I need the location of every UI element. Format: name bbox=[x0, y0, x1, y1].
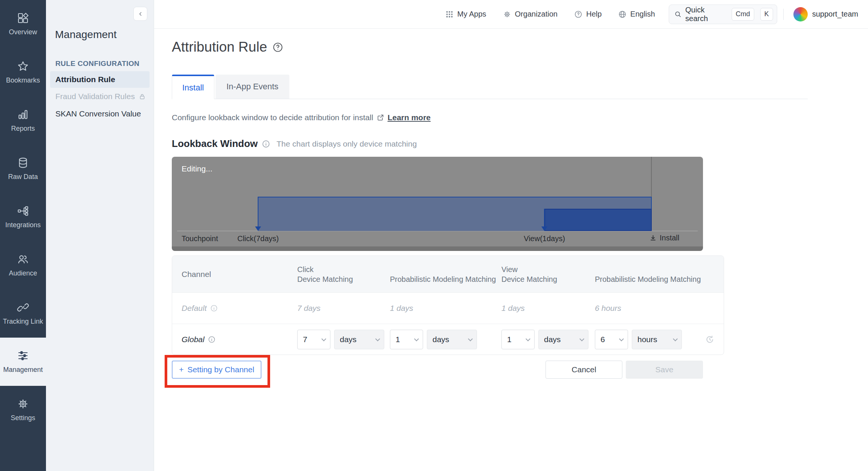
lookback-heading: Lookback Window bbox=[172, 138, 258, 150]
chevron-down-icon bbox=[673, 336, 678, 341]
chevron-left-icon bbox=[138, 11, 144, 17]
subnav-item-attribution-rule[interactable]: Attribution Rule bbox=[50, 71, 150, 88]
click-prob-unit-select[interactable]: days bbox=[427, 330, 477, 349]
help-menu[interactable]: Help bbox=[574, 10, 602, 18]
external-link-icon bbox=[377, 114, 384, 121]
tab-in-app-events[interactable]: In-App Events bbox=[215, 75, 289, 99]
global-row-label: Global bbox=[172, 335, 297, 344]
axis-label-install: Install bbox=[649, 234, 679, 242]
sidebar-item-settings[interactable]: Settings bbox=[0, 386, 46, 434]
link-icon bbox=[17, 301, 29, 313]
axis-label-touchpoint: Touchpoint bbox=[182, 234, 218, 243]
table-row-global: Global 7 days 1 days 1 days 6 bbox=[172, 324, 724, 355]
sidebar-item-overview[interactable]: Overview bbox=[0, 0, 46, 48]
lookback-note: The chart displays only device matching bbox=[277, 139, 417, 148]
user-avatar[interactable] bbox=[793, 7, 808, 21]
table-row-default: Default 7 days 1 days 1 days 6 hours bbox=[172, 292, 724, 324]
view-prob-unit-select[interactable]: hours bbox=[632, 330, 682, 349]
sidebar-item-label: Reports bbox=[11, 125, 35, 133]
subnav-item-label: Attribution Rule bbox=[55, 75, 115, 84]
sidebar-item-audience[interactable]: Audience bbox=[0, 241, 46, 289]
lock-icon bbox=[139, 93, 146, 100]
lookback-table: Channel Click Device Matching Probabilis… bbox=[172, 255, 724, 355]
sidebar-item-bookmarks[interactable]: Bookmarks bbox=[0, 48, 46, 96]
axis-label-view: View(1days) bbox=[524, 234, 565, 243]
subnav-item-label: SKAN Conversion Value bbox=[55, 109, 141, 118]
sidebar-item-management[interactable]: Management bbox=[0, 338, 46, 386]
default-click-probabilistic: 1 days bbox=[390, 304, 501, 313]
info-icon[interactable] bbox=[208, 336, 215, 343]
chevron-down-icon bbox=[321, 336, 326, 341]
sidebar-item-label: Settings bbox=[11, 414, 35, 422]
click-marker-line bbox=[258, 197, 258, 227]
help-icon bbox=[574, 10, 582, 18]
col-header-click-device: Click Device Matching bbox=[297, 265, 390, 284]
chevron-down-icon bbox=[414, 336, 419, 341]
overview-icon bbox=[17, 12, 29, 24]
language-label: English bbox=[630, 10, 655, 18]
subnav-item-skan-conversion-value[interactable]: SKAN Conversion Value bbox=[55, 109, 141, 118]
topbar-divider bbox=[783, 9, 784, 20]
sidebar-item-label: Tracking Link bbox=[3, 318, 43, 326]
chevron-down-icon bbox=[619, 336, 624, 341]
table-header-row: Channel Click Device Matching Probabilis… bbox=[172, 256, 724, 292]
sidebar-item-integrations[interactable]: Integrations bbox=[0, 193, 46, 241]
integrations-icon bbox=[17, 205, 29, 217]
search-icon bbox=[674, 11, 682, 18]
question-circle-icon[interactable] bbox=[272, 42, 283, 53]
sidebar-item-reports[interactable]: Reports bbox=[0, 96, 46, 145]
chart-footer-strip bbox=[172, 246, 703, 251]
click-device-unit-select[interactable]: days bbox=[334, 330, 384, 349]
lookback-chart[interactable]: Editing... Touchpoint Click(7days) View(… bbox=[172, 157, 703, 251]
my-apps-label: My Apps bbox=[457, 10, 486, 18]
my-apps-menu[interactable]: My Apps bbox=[445, 10, 486, 18]
quick-search-input[interactable]: Quick search Cmd K bbox=[669, 5, 777, 24]
language-menu[interactable]: English bbox=[618, 10, 655, 18]
click-prob-value-select[interactable]: 1 bbox=[390, 330, 423, 349]
click-device-value-select[interactable]: 7 bbox=[297, 330, 330, 349]
chevron-down-icon bbox=[468, 336, 473, 341]
subnav-item-fraud-validation-rules[interactable]: Fraud Validation Rules bbox=[55, 92, 146, 101]
col-header-click-probabilistic: Probabilistic Modeling Matching bbox=[390, 265, 501, 284]
secondary-sidebar: Management RULE CONFIGURATION Attributio… bbox=[46, 0, 154, 471]
primary-sidebar: Overview Bookmarks Reports Raw Data Inte… bbox=[0, 0, 46, 471]
view-window-region bbox=[544, 209, 652, 231]
save-button[interactable]: Save bbox=[626, 361, 703, 379]
col-header-channel: Channel bbox=[172, 270, 297, 279]
global-click-device-cell: 7 days bbox=[297, 330, 390, 349]
default-view-device: 1 days bbox=[501, 304, 595, 313]
tab-install[interactable]: Install bbox=[172, 75, 214, 99]
global-view-device-cell: 1 days bbox=[501, 330, 595, 349]
cancel-button[interactable]: Cancel bbox=[546, 361, 622, 379]
view-device-value-select[interactable]: 1 bbox=[501, 330, 535, 349]
chevron-down-icon bbox=[375, 336, 380, 341]
view-prob-value-select[interactable]: 6 bbox=[595, 330, 628, 349]
sidebar-item-raw-data[interactable]: Raw Data bbox=[0, 145, 46, 193]
apps-grid-icon bbox=[445, 10, 454, 18]
learn-more-link[interactable]: Learn more bbox=[388, 113, 431, 122]
chart-editing-label: Editing... bbox=[182, 164, 212, 173]
default-view-probabilistic: 6 hours bbox=[595, 304, 724, 313]
sidebar-item-label: Integrations bbox=[5, 221, 41, 229]
info-icon[interactable] bbox=[262, 140, 270, 148]
topbar: My Apps Organization Help English Quick … bbox=[154, 0, 868, 29]
page-title-row: Attribution Rule bbox=[172, 39, 283, 55]
subnav-item-label: Fraud Validation Rules bbox=[55, 92, 135, 101]
axis-label-click: Click(7days) bbox=[237, 234, 279, 243]
organization-menu[interactable]: Organization bbox=[503, 10, 558, 18]
user-name[interactable]: support_team bbox=[812, 10, 858, 18]
help-label: Help bbox=[586, 10, 602, 18]
global-click-probabilistic-cell: 1 days bbox=[390, 330, 501, 349]
tab-bar: Install In-App Events bbox=[172, 75, 808, 99]
setting-by-channel-button[interactable]: + Setting by Channel bbox=[172, 361, 261, 379]
kbd-cmd: Cmd bbox=[732, 8, 754, 21]
collapse-sidebar-button[interactable] bbox=[133, 7, 147, 21]
view-device-unit-select[interactable]: days bbox=[538, 330, 588, 349]
sidebar-item-label: Audience bbox=[9, 269, 37, 277]
subnav-section-label: RULE CONFIGURATION bbox=[55, 60, 139, 68]
view-marker-line bbox=[544, 209, 545, 227]
click-marker-arrow-icon bbox=[255, 226, 261, 231]
sidebar-item-tracking-link[interactable]: Tracking Link bbox=[0, 289, 46, 338]
info-icon[interactable] bbox=[210, 304, 218, 312]
reset-row-button[interactable] bbox=[705, 335, 715, 344]
